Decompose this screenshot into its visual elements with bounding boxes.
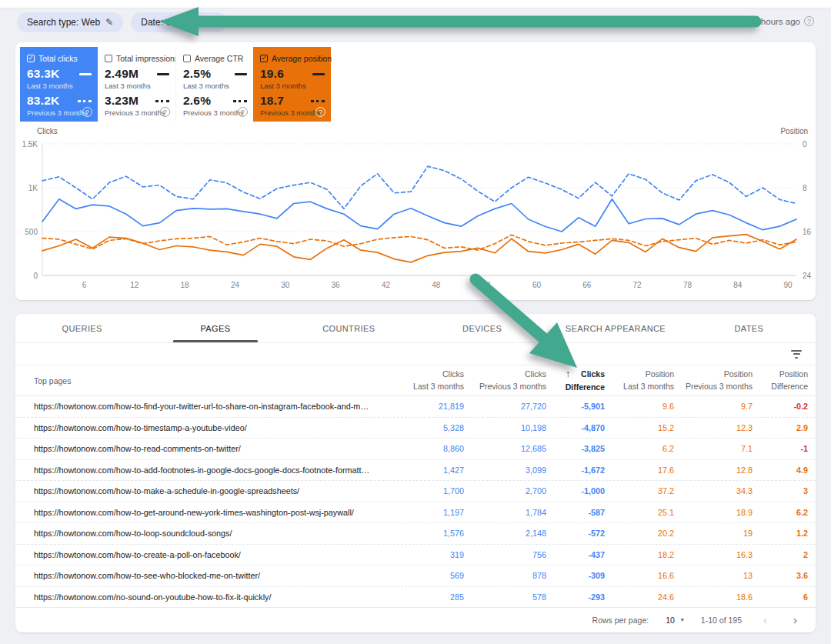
page-url-link[interactable]: https://howtonow.com/how-to-find-your-tw… bbox=[34, 402, 379, 411]
top-header-strip bbox=[0, 0, 831, 8]
metric-checkbox[interactable]: ✓ bbox=[260, 55, 268, 62]
svg-text:60: 60 bbox=[532, 281, 542, 289]
table-body: https://howtonow.com/how-to-find-your-tw… bbox=[15, 396, 816, 608]
position-difference-value: 1.2 bbox=[753, 529, 808, 538]
clicks-previous-value: 578 bbox=[464, 592, 546, 602]
table-row[interactable]: https://howtonow.com/how-to-timestamp-a-… bbox=[15, 418, 816, 439]
metric-checkbox[interactable] bbox=[105, 55, 112, 62]
help-icon[interactable]: ? bbox=[315, 107, 325, 117]
position-last-value: 25.1 bbox=[605, 508, 674, 517]
svg-text:16: 16 bbox=[803, 228, 812, 236]
column-header[interactable]: Clicks Last 3 months bbox=[379, 369, 464, 392]
table-row[interactable]: https://howtonow.com/how-to-add-footnote… bbox=[15, 460, 816, 482]
solid-line-legend-icon bbox=[312, 73, 325, 75]
page-url-link[interactable]: https://howtonow.com/how-to-get-around-n… bbox=[34, 508, 379, 517]
position-previous-value: 7.1 bbox=[674, 444, 753, 453]
metric-sublabel-last: Last 3 months bbox=[27, 82, 92, 90]
svg-text:12: 12 bbox=[130, 281, 139, 289]
column-header-line2: Difference bbox=[753, 381, 808, 392]
svg-text:24: 24 bbox=[803, 272, 812, 280]
filter-rows-icon[interactable] bbox=[791, 350, 802, 359]
dimensions-table-panel: QUERIES PAGES COUNTRIES DEVICES SEARCH A… bbox=[15, 314, 816, 632]
help-icon[interactable]: ? bbox=[804, 16, 814, 26]
metric-card[interactable]: Total impressions 2.49M Last 3 months 3.… bbox=[98, 47, 175, 122]
performance-line-chart[interactable]: 1.5K1K5000081624612182430364248546066727… bbox=[15, 133, 816, 300]
table-row[interactable]: https://howtonow.com/how-to-make-a-sched… bbox=[15, 481, 816, 502]
page-url-link[interactable]: https://howtonow.com/no-sound-on-youtube… bbox=[34, 592, 379, 602]
position-previous-value: 34.3 bbox=[674, 486, 753, 496]
column-header[interactable]: Position Last 3 months bbox=[605, 369, 674, 392]
metric-card[interactable]: ✓ Average position 19.6 Last 3 months 18… bbox=[253, 47, 331, 122]
page-url-link[interactable]: https://howtonow.com/how-to-make-a-sched… bbox=[34, 486, 379, 496]
table-row[interactable]: https://howtonow.com/how-to-read-comment… bbox=[15, 439, 816, 460]
rows-per-page-select[interactable]: 10 ▾ bbox=[666, 616, 684, 625]
metric-card[interactable]: ✓ Total clicks 63.3K Last 3 months 83.2K… bbox=[20, 47, 98, 122]
column-header-line1: Position bbox=[605, 369, 674, 380]
dotted-line-legend-icon bbox=[311, 100, 325, 102]
page-url-link[interactable]: https://howtonow.com/how-to-see-who-bloc… bbox=[34, 571, 379, 580]
column-header[interactable]: ↑Clicks Difference bbox=[546, 368, 605, 393]
position-difference-value: 2 bbox=[753, 550, 808, 559]
page-url-link[interactable]: https://howtonow.com/how-to-add-footnote… bbox=[34, 465, 379, 475]
clicks-previous-value: 10,198 bbox=[464, 423, 546, 432]
clicks-previous-value: 2,700 bbox=[464, 486, 546, 496]
annotation-arrow-left bbox=[159, 7, 756, 36]
column-header-top-pages[interactable]: Top pages bbox=[34, 376, 379, 385]
dimension-tab[interactable]: DATES bbox=[682, 314, 816, 342]
edit-pencil-icon: ✎ bbox=[209, 17, 217, 28]
filter-chip[interactable]: Search type: Web ✎ bbox=[17, 12, 123, 32]
position-difference-value: 6.2 bbox=[753, 508, 808, 517]
metric-checkbox[interactable]: ✓ bbox=[27, 55, 35, 62]
clicks-difference-value: -587 bbox=[546, 508, 605, 517]
clicks-difference-value: -5,901 bbox=[546, 402, 605, 411]
metric-card[interactable]: Average CTR 2.5% Last 3 months 2.6% Prev… bbox=[175, 47, 253, 122]
tab-label: SEARCH APPEARANCE bbox=[566, 324, 666, 333]
position-difference-value: 6 bbox=[753, 592, 808, 602]
column-header[interactable]: Position Previous 3 months bbox=[674, 369, 753, 392]
table-row[interactable]: https://howtonow.com/how-to-find-your-tw… bbox=[15, 396, 816, 418]
page-url-link[interactable]: https://howtonow.com/how-to-read-comment… bbox=[34, 444, 379, 453]
metric-checkbox[interactable] bbox=[183, 55, 191, 62]
column-header-line2: Difference bbox=[546, 382, 605, 393]
table-row[interactable]: https://howtonow.com/how-to-get-around-n… bbox=[15, 502, 816, 524]
page-url-link[interactable]: https://howtonow.com/how-to-timestamp-a-… bbox=[34, 423, 379, 432]
dotted-line-legend-icon bbox=[155, 100, 169, 102]
metric-value-last: 2.49M bbox=[105, 67, 138, 81]
help-icon[interactable]: ? bbox=[82, 107, 92, 117]
last-updated-text: Last updated: 8 hours ago bbox=[697, 17, 800, 26]
svg-text:6: 6 bbox=[82, 281, 87, 289]
svg-text:72: 72 bbox=[633, 281, 642, 289]
position-last-value: 18.2 bbox=[605, 550, 674, 559]
metric-sublabel-last: Last 3 months bbox=[183, 82, 247, 90]
position-last-value: 17.6 bbox=[605, 465, 674, 475]
dimension-tab[interactable]: COUNTRIES bbox=[282, 314, 416, 342]
position-previous-value: 19 bbox=[674, 529, 753, 538]
position-last-value: 16.6 bbox=[605, 571, 674, 580]
help-icon[interactable]: ? bbox=[160, 107, 170, 117]
solid-line-legend-icon bbox=[235, 73, 247, 75]
page-url-link[interactable]: https://howtonow.com/how-to-loop-soundcl… bbox=[34, 529, 379, 538]
svg-text:0: 0 bbox=[33, 272, 38, 280]
dimension-tab[interactable]: PAGES bbox=[149, 314, 282, 342]
previous-page-button[interactable]: ‹ bbox=[759, 614, 772, 626]
metric-value-last: 63.3K bbox=[27, 67, 59, 81]
dimension-tab[interactable]: DEVICES bbox=[416, 314, 549, 342]
metric-card-label: Total impressions bbox=[116, 54, 179, 63]
clicks-difference-value: -1,000 bbox=[546, 486, 605, 496]
metric-cards: ✓ Total clicks 63.3K Last 3 months 83.2K… bbox=[20, 47, 331, 122]
dotted-line-legend-icon bbox=[233, 100, 247, 102]
metric-value-last: 2.5% bbox=[183, 67, 211, 81]
column-header[interactable]: Position Difference bbox=[753, 369, 808, 392]
page-url-link[interactable]: https://howtonow.com/how-to-create-a-pol… bbox=[34, 550, 379, 559]
sort-ascending-icon[interactable]: ↑ bbox=[566, 368, 570, 381]
help-icon[interactable]: ? bbox=[238, 107, 248, 117]
table-row[interactable]: https://howtonow.com/no-sound-on-youtube… bbox=[15, 587, 816, 609]
dimension-tab[interactable]: QUERIES bbox=[15, 314, 149, 342]
table-row[interactable]: https://howtonow.com/how-to-create-a-pol… bbox=[15, 545, 816, 566]
next-page-button[interactable]: › bbox=[789, 614, 802, 626]
filter-chip[interactable]: Date: Compare ✎ bbox=[131, 12, 226, 32]
dimension-tab[interactable]: SEARCH APPEARANCE bbox=[549, 314, 682, 342]
column-header[interactable]: Clicks Previous 3 months bbox=[464, 369, 546, 392]
table-row[interactable]: https://howtonow.com/how-to-loop-soundcl… bbox=[15, 523, 816, 545]
table-row[interactable]: https://howtonow.com/how-to-see-who-bloc… bbox=[15, 566, 816, 587]
